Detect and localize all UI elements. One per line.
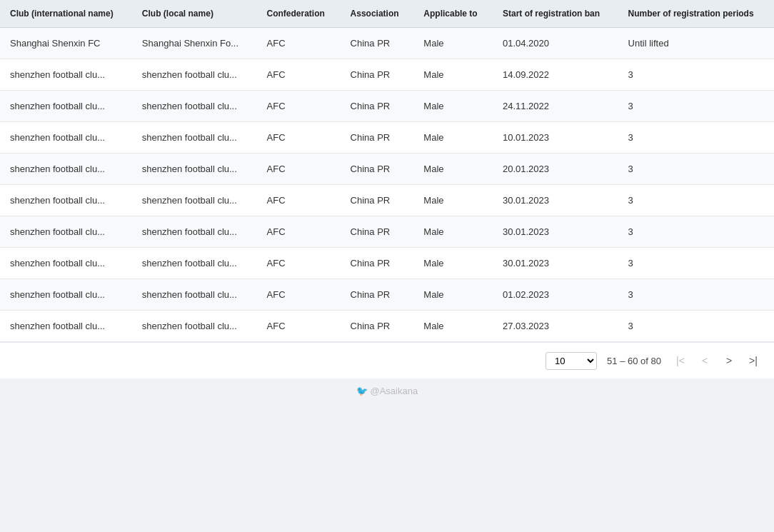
cell-confederation: AFC — [257, 279, 341, 311]
cell-confederation: AFC — [257, 59, 341, 91]
cell-applicable_to: Male — [413, 122, 493, 154]
col-header-association: Association — [341, 0, 414, 28]
cell-club_local: shenzhen football clu... — [132, 248, 257, 279]
cell-confederation: AFC — [257, 216, 341, 248]
cell-confederation: AFC — [257, 185, 341, 216]
cell-applicable_to: Male — [413, 154, 493, 185]
table-row: shenzhen football clu...shenzhen footbal… — [0, 248, 774, 279]
cell-club_local: shenzhen football clu... — [132, 59, 257, 91]
cell-start_ban: 01.02.2023 — [493, 279, 618, 311]
cell-association: China PR — [341, 91, 414, 122]
cell-num_periods: 3 — [618, 216, 774, 248]
table-row: shenzhen football clu...shenzhen footbal… — [0, 279, 774, 311]
cell-association: China PR — [341, 122, 414, 154]
cell-club_intl: shenzhen football clu... — [0, 185, 132, 216]
cell-club_local: shenzhen football clu... — [132, 154, 257, 185]
cell-club_intl: shenzhen football clu... — [0, 248, 132, 279]
cell-num_periods: 3 — [618, 59, 774, 91]
next-page-button[interactable]: > — [720, 351, 738, 370]
cell-start_ban: 30.01.2023 — [493, 248, 618, 279]
col-header-start-ban: Start of registration ban — [493, 0, 618, 28]
cell-start_ban: 27.03.2023 — [493, 311, 618, 342]
cell-num_periods: 3 — [618, 311, 774, 342]
cell-start_ban: 10.01.2023 — [493, 122, 618, 154]
cell-num_periods: Until lifted — [618, 28, 774, 59]
cell-association: China PR — [341, 154, 414, 185]
table-row: shenzhen football clu...shenzhen footbal… — [0, 185, 774, 216]
cell-confederation: AFC — [257, 28, 341, 59]
watermark-icon: 🐦 — [356, 386, 368, 396]
cell-club_local: Shanghai Shenxin Fo... — [132, 28, 257, 59]
cell-club_local: shenzhen football clu... — [132, 279, 257, 311]
col-header-club-local: Club (local name) — [132, 0, 257, 28]
cell-association: China PR — [341, 216, 414, 248]
cell-confederation: AFC — [257, 122, 341, 154]
cell-association: China PR — [341, 279, 414, 311]
cell-start_ban: 01.04.2020 — [493, 28, 618, 59]
data-table: Club (international name) Club (local na… — [0, 0, 774, 342]
cell-association: China PR — [341, 248, 414, 279]
table-row: shenzhen football clu...shenzhen footbal… — [0, 59, 774, 91]
cell-club_intl: shenzhen football clu... — [0, 59, 132, 91]
cell-club_intl: shenzhen football clu... — [0, 91, 132, 122]
cell-start_ban: 30.01.2023 — [493, 216, 618, 248]
cell-applicable_to: Male — [413, 248, 493, 279]
last-page-button[interactable]: >| — [744, 351, 763, 370]
cell-club_local: shenzhen football clu... — [132, 91, 257, 122]
cell-applicable_to: Male — [413, 311, 493, 342]
cell-club_intl: shenzhen football clu... — [0, 154, 132, 185]
col-header-applicable-to: Applicable to — [413, 0, 493, 28]
watermark-text: @Asaikana — [370, 386, 418, 396]
table-row: Shanghai Shenxin FCShanghai Shenxin Fo..… — [0, 28, 774, 59]
cell-num_periods: 3 — [618, 248, 774, 279]
table-row: shenzhen football clu...shenzhen footbal… — [0, 122, 774, 154]
cell-confederation: AFC — [257, 91, 341, 122]
cell-association: China PR — [341, 185, 414, 216]
table-container: Club (international name) Club (local na… — [0, 0, 774, 342]
cell-confederation: AFC — [257, 311, 341, 342]
cell-confederation: AFC — [257, 248, 341, 279]
cell-association: China PR — [341, 311, 414, 342]
table-row: shenzhen football clu...shenzhen footbal… — [0, 154, 774, 185]
first-page-button[interactable]: |< — [671, 351, 690, 370]
cell-start_ban: 14.09.2022 — [493, 59, 618, 91]
cell-club_local: shenzhen football clu... — [132, 185, 257, 216]
cell-club_intl: shenzhen football clu... — [0, 216, 132, 248]
col-header-confederation: Confederation — [257, 0, 341, 28]
cell-start_ban: 20.01.2023 — [493, 154, 618, 185]
page-size-select[interactable]: 102550100 — [546, 352, 597, 370]
cell-applicable_to: Male — [413, 91, 493, 122]
cell-num_periods: 3 — [618, 279, 774, 311]
cell-club_local: shenzhen football clu... — [132, 311, 257, 342]
prev-page-button[interactable]: < — [695, 351, 714, 370]
cell-club_local: shenzhen football clu... — [132, 122, 257, 154]
table-row: shenzhen football clu...shenzhen footbal… — [0, 91, 774, 122]
table-row: shenzhen football clu...shenzhen footbal… — [0, 216, 774, 248]
watermark: 🐦 @Asaikana — [0, 378, 774, 403]
cell-applicable_to: Male — [413, 28, 493, 59]
cell-num_periods: 3 — [618, 185, 774, 216]
cell-num_periods: 3 — [618, 91, 774, 122]
cell-club_local: shenzhen football clu... — [132, 216, 257, 248]
page-range-info: 51 – 60 of 80 — [607, 356, 661, 366]
table-header-row: Club (international name) Club (local na… — [0, 0, 774, 28]
cell-club_intl: Shanghai Shenxin FC — [0, 28, 132, 59]
pagination-bar: 102550100 51 – 60 of 80 |< < > >| — [0, 342, 774, 378]
cell-club_intl: shenzhen football clu... — [0, 311, 132, 342]
cell-confederation: AFC — [257, 154, 341, 185]
cell-start_ban: 30.01.2023 — [493, 185, 618, 216]
cell-association: China PR — [341, 28, 414, 59]
table-row: shenzhen football clu...shenzhen footbal… — [0, 311, 774, 342]
cell-num_periods: 3 — [618, 154, 774, 185]
cell-club_intl: shenzhen football clu... — [0, 279, 132, 311]
cell-applicable_to: Male — [413, 185, 493, 216]
cell-num_periods: 3 — [618, 122, 774, 154]
cell-start_ban: 24.11.2022 — [493, 91, 618, 122]
col-header-club-intl: Club (international name) — [0, 0, 132, 28]
cell-applicable_to: Male — [413, 59, 493, 91]
col-header-num-periods: Number of registration periods — [618, 0, 774, 28]
cell-applicable_to: Male — [413, 279, 493, 311]
cell-association: China PR — [341, 59, 414, 91]
cell-club_intl: shenzhen football clu... — [0, 122, 132, 154]
cell-applicable_to: Male — [413, 216, 493, 248]
